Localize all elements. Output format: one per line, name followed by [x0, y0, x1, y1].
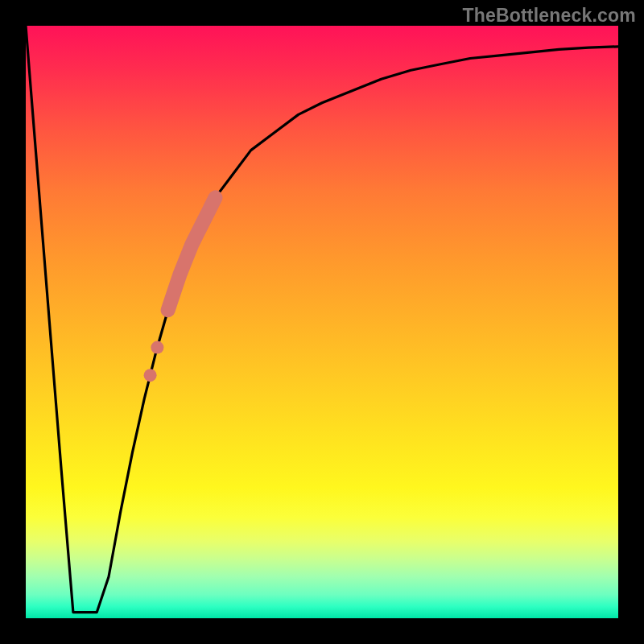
bottleneck-curve [26, 26, 618, 613]
curve-svg [26, 26, 618, 618]
watermark-text: TheBottleneck.com [462, 5, 636, 27]
plot-area [26, 26, 618, 618]
chart-frame: TheBottleneck.com [0, 0, 644, 644]
highlight-band [168, 197, 216, 310]
highlight-dot [144, 369, 157, 382]
highlight-dot [151, 341, 163, 354]
